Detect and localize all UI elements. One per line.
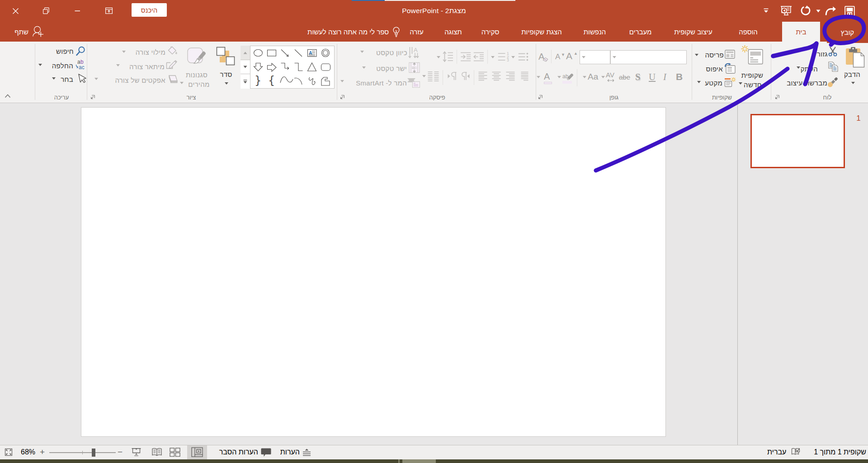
shapes-scroll-up[interactable]	[241, 46, 250, 60]
decrease-indent-button[interactable]	[473, 52, 484, 61]
align-center-button[interactable]	[492, 71, 501, 81]
paste-button[interactable]	[845, 47, 865, 68]
font-color-caret[interactable]	[537, 76, 540, 78]
italic-button[interactable]: I	[663, 71, 666, 83]
align-right-button[interactable]	[506, 71, 515, 81]
ribbon-display-options-button[interactable]	[99, 0, 119, 22]
font-color-button[interactable]: A	[544, 71, 553, 84]
section-dropdown-caret[interactable]	[697, 81, 701, 83]
shapes-grid[interactable]: A } {	[251, 46, 335, 89]
new-slide-dropdown-caret[interactable]	[739, 82, 742, 85]
new-slide-button[interactable]	[741, 45, 763, 65]
drawing-dialog-launcher[interactable]	[90, 95, 95, 99]
notes-button[interactable]: הערות	[280, 445, 311, 459]
zoom-in-button[interactable]: +	[40, 445, 45, 459]
slideshow-view-button[interactable]	[132, 445, 141, 459]
char-spacing-caret[interactable]	[601, 76, 605, 78]
quick-styles-button[interactable]	[187, 47, 207, 68]
numbering-caret[interactable]	[491, 56, 495, 58]
text-direction-button[interactable]: A	[408, 47, 420, 58]
undo-button[interactable]	[799, 0, 812, 22]
shape-outline-button[interactable]	[166, 60, 178, 69]
align-left-button[interactable]	[478, 71, 487, 81]
align-justify-button[interactable]	[521, 71, 528, 81]
zoom-slider-handle[interactable]	[92, 449, 95, 457]
zoom-out-button[interactable]: −	[118, 445, 123, 459]
tab-view[interactable]: תצוגה	[434, 22, 472, 42]
rtl-paragraph-button[interactable]	[460, 72, 470, 80]
ltr-paragraph-button[interactable]	[448, 72, 457, 80]
clear-formatting-button[interactable]: A	[538, 52, 549, 63]
zoom-level[interactable]: 68%	[21, 445, 35, 459]
tab-transitions[interactable]: מעברים	[618, 22, 663, 42]
find-button[interactable]	[75, 46, 86, 56]
arrange-dropdown-caret[interactable]	[225, 82, 228, 85]
tab-review[interactable]: סקירה	[472, 22, 509, 42]
underline-button[interactable]: U	[649, 71, 656, 83]
copy-dropdown-caret[interactable]	[797, 66, 800, 69]
change-case-caret[interactable]	[583, 76, 586, 78]
highlight-color-button[interactable]: ab	[562, 71, 574, 85]
format-painter-button[interactable]	[827, 77, 838, 87]
text-shadow-button[interactable]: S	[635, 71, 641, 83]
cut-button[interactable]	[828, 47, 837, 57]
tab-slideshow[interactable]: הצגת שקופיות	[511, 22, 572, 42]
line-spacing-caret[interactable]	[437, 56, 440, 58]
char-spacing-button[interactable]: AV	[606, 71, 616, 82]
shapes-gallery-more[interactable]	[241, 74, 250, 89]
strikethrough-button[interactable]: abe	[619, 73, 630, 81]
replace-button[interactable]: a b ac	[75, 59, 86, 70]
copy-button[interactable]	[828, 61, 838, 72]
columns-button[interactable]	[428, 71, 439, 81]
fit-slide-to-window-button[interactable]	[5, 445, 13, 459]
grow-font-button[interactable]: A▲	[566, 51, 577, 62]
collapse-ribbon-button[interactable]	[5, 93, 11, 98]
arrange-button[interactable]	[216, 47, 235, 66]
clipboard-dialog-launcher[interactable]	[775, 95, 779, 99]
redo-button[interactable]	[824, 0, 837, 22]
customize-qat-button[interactable]	[760, 0, 772, 22]
tab-help[interactable]: עזרה	[400, 22, 433, 42]
close-window-button[interactable]	[5, 0, 25, 22]
section-button[interactable]	[724, 77, 736, 89]
bullets-button[interactable]	[518, 52, 528, 61]
change-case-button[interactable]: Aa	[588, 72, 598, 82]
shape-fill-button[interactable]	[168, 46, 178, 55]
shape-outline-caret[interactable]	[116, 64, 120, 66]
shape-effects-caret[interactable]	[94, 78, 98, 80]
font-name-combobox[interactable]	[610, 50, 687, 64]
smartart-button[interactable]	[406, 78, 420, 88]
paragraph-dialog-launcher[interactable]	[340, 95, 344, 99]
replace-dropdown-caret[interactable]	[38, 64, 42, 66]
spell-check-button[interactable]	[791, 445, 800, 459]
text-direction-caret[interactable]	[360, 51, 364, 53]
reading-view-button[interactable]	[152, 445, 162, 459]
font-name-caret[interactable]	[613, 56, 616, 58]
slide-thumbnail-1[interactable]	[750, 114, 845, 168]
font-size-caret[interactable]	[582, 56, 585, 58]
slide-editing-surface[interactable]	[81, 107, 666, 437]
tab-file[interactable]: קובץ	[827, 22, 868, 43]
quick-styles-caret[interactable]	[180, 82, 184, 84]
minimize-window-button[interactable]	[68, 0, 88, 22]
bullets-caret[interactable]	[511, 56, 515, 58]
restore-window-button[interactable]	[36, 0, 56, 22]
smartart-caret[interactable]	[340, 80, 344, 82]
highlight-color-caret[interactable]	[557, 76, 561, 78]
sign-in-button[interactable]: היכנס	[132, 3, 167, 17]
layout-button[interactable]	[725, 49, 735, 60]
shrink-font-button[interactable]: A▼	[555, 52, 565, 63]
layout-dropdown-caret[interactable]	[695, 54, 698, 56]
increase-indent-button[interactable]	[460, 52, 471, 61]
bold-button[interactable]: B	[676, 71, 683, 82]
font-dialog-launcher[interactable]	[538, 95, 542, 99]
tab-insert[interactable]: הוספה	[728, 22, 769, 42]
tab-animations[interactable]: הנפשות	[573, 22, 617, 42]
captions-button[interactable]: הערות הסבר	[219, 445, 271, 459]
tab-home[interactable]: בית	[782, 22, 820, 42]
start-slideshow-button[interactable]	[779, 0, 793, 22]
shape-effects-button[interactable]	[166, 75, 178, 85]
select-dropdown-caret[interactable]	[52, 77, 56, 80]
columns-caret[interactable]	[422, 75, 426, 77]
tell-me-box[interactable]: ספר לי מה אתה רוצה לעשות	[307, 22, 401, 42]
